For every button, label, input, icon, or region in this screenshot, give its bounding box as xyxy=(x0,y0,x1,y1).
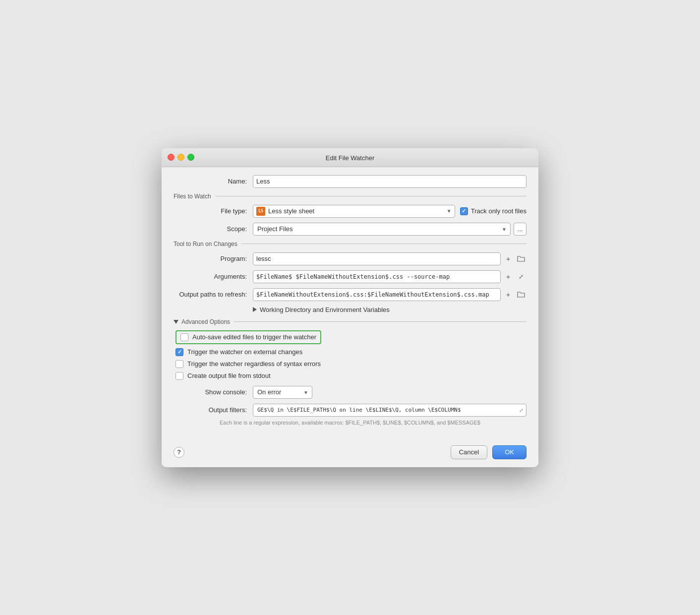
show-console-select[interactable]: On error Always Never xyxy=(253,386,312,399)
output-filters-row: Output filters: ⤢ xyxy=(174,404,526,417)
working-dir-label: Working Directory and Environment Variab… xyxy=(260,306,390,313)
help-button[interactable]: ? xyxy=(174,447,184,458)
output-filters-input-wrap: ⤢ xyxy=(253,404,526,417)
track-only-label[interactable]: Track only root files xyxy=(460,207,526,215)
minimize-button[interactable] xyxy=(177,154,184,161)
output-paths-row: Output paths to refresh: + xyxy=(174,288,526,301)
dialog-title: Edit File Watcher xyxy=(326,154,375,162)
trigger-syntax-label: Trigger the watcher regardless of syntax… xyxy=(187,360,321,368)
scope-label: Scope: xyxy=(174,225,253,233)
arguments-input-group: + ⤢ xyxy=(253,270,526,283)
show-console-row: Show console: On error Always Never ▼ xyxy=(174,386,526,399)
arguments-row: Arguments: + ⤢ xyxy=(174,270,526,283)
file-type-row: File type: LS Less style sheet ▼ Track o… xyxy=(174,205,526,218)
output-paths-input-group: + xyxy=(253,288,526,301)
files-to-watch-divider: Files to Watch xyxy=(174,193,526,200)
output-paths-add-icon[interactable]: + xyxy=(503,289,514,300)
program-input-group: + xyxy=(253,252,526,265)
tool-section-divider: Tool to Run on Changes xyxy=(174,241,526,247)
file-type-icon: LS xyxy=(256,207,265,216)
arguments-expand-icon[interactable]: ⤢ xyxy=(516,271,526,282)
tool-section-label: Tool to Run on Changes xyxy=(174,241,237,247)
maximize-button[interactable] xyxy=(187,154,194,161)
output-paths-label: Output paths to refresh: xyxy=(174,291,253,298)
arguments-input[interactable] xyxy=(253,270,501,283)
show-console-label: Show console: xyxy=(174,388,253,396)
file-type-content: LS Less style sheet ▼ Track only root fi… xyxy=(253,205,526,218)
program-row: Program: + xyxy=(174,252,526,265)
file-type-arrow: ▼ xyxy=(447,208,452,214)
trigger-external-row: Trigger the watcher on external changes xyxy=(174,348,526,356)
tool-divider-line xyxy=(241,244,526,244)
auto-save-label: Auto-save edited files to trigger the wa… xyxy=(192,333,316,341)
trigger-external-checkbox[interactable] xyxy=(175,348,183,356)
output-filters-expand-icon[interactable]: ⤢ xyxy=(519,407,524,413)
program-input[interactable] xyxy=(253,252,501,265)
scope-select[interactable]: Project Files xyxy=(253,223,511,236)
file-type-label: File type: xyxy=(174,207,253,215)
ok-button[interactable]: OK xyxy=(492,445,526,459)
working-dir-triangle xyxy=(253,307,257,312)
file-type-dropdown[interactable]: LS Less style sheet ▼ xyxy=(253,205,455,218)
dialog-footer: ? Cancel OK xyxy=(162,440,538,467)
cancel-button[interactable]: Cancel xyxy=(451,445,487,459)
footer-buttons: Cancel OK xyxy=(451,445,526,459)
track-only-checkbox[interactable] xyxy=(460,207,468,215)
output-filters-input[interactable] xyxy=(253,404,526,417)
track-only-text: Track only root files xyxy=(471,207,526,215)
output-paths-folder-icon[interactable] xyxy=(516,289,526,300)
file-type-value: Less style sheet xyxy=(268,207,444,215)
arguments-add-icon[interactable]: + xyxy=(503,271,514,282)
traffic-lights xyxy=(168,154,194,161)
file-type-select-wrapper: LS Less style sheet ▼ xyxy=(253,205,455,218)
auto-save-highlight: Auto-save edited files to trigger the wa… xyxy=(175,330,321,344)
dialog-content: Name: Files to Watch File type: LS Less … xyxy=(162,167,538,440)
edit-file-watcher-dialog: Edit File Watcher Name: Files to Watch F… xyxy=(162,148,538,467)
auto-save-row: Auto-save edited files to trigger the wa… xyxy=(174,330,526,344)
create-output-checkbox[interactable] xyxy=(175,372,183,380)
show-console-select-wrapper: On error Always Never ▼ xyxy=(253,386,312,399)
scope-content: Project Files ▼ ... xyxy=(253,223,526,236)
working-dir-row[interactable]: Working Directory and Environment Variab… xyxy=(174,306,526,313)
advanced-options-label: Advanced Options xyxy=(181,318,230,325)
scope-row: Scope: Project Files ▼ ... xyxy=(174,223,526,236)
arguments-label: Arguments: xyxy=(174,273,253,280)
close-button[interactable] xyxy=(168,154,175,161)
name-row: Name: xyxy=(174,175,526,188)
trigger-syntax-row: Trigger the watcher regardless of syntax… xyxy=(174,360,526,368)
create-output-row: Create output file from stdout xyxy=(174,372,526,380)
auto-save-checkbox[interactable] xyxy=(180,333,188,341)
name-label: Name: xyxy=(174,178,253,185)
hint-text: Each line is a regular expression, avail… xyxy=(174,420,526,426)
program-label: Program: xyxy=(174,255,253,262)
scope-select-wrapper: Project Files ▼ xyxy=(253,223,511,236)
program-add-icon[interactable]: + xyxy=(503,253,514,264)
output-filters-label: Output filters: xyxy=(174,406,253,414)
name-input[interactable] xyxy=(253,175,526,188)
files-to-watch-label: Files to Watch xyxy=(174,193,211,200)
trigger-external-label: Trigger the watcher on external changes xyxy=(187,348,302,356)
create-output-label: Create output file from stdout xyxy=(187,372,271,379)
program-folder-icon[interactable] xyxy=(516,253,526,264)
trigger-syntax-checkbox[interactable] xyxy=(175,360,183,368)
output-paths-input[interactable] xyxy=(253,288,501,301)
advanced-divider-line xyxy=(234,321,526,322)
advanced-options-divider: Advanced Options xyxy=(174,318,526,325)
advanced-options-triangle[interactable] xyxy=(174,320,178,324)
scope-ellipsis-button[interactable]: ... xyxy=(514,223,526,236)
title-bar: Edit File Watcher xyxy=(162,148,538,167)
divider-line xyxy=(215,196,526,196)
